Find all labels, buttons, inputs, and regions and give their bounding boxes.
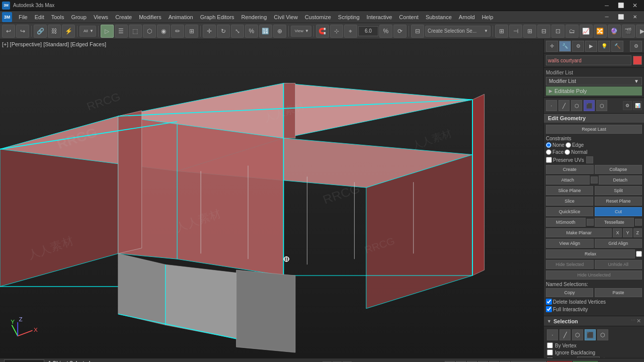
split-button[interactable]: Split xyxy=(595,186,642,195)
polygon-mode-icon[interactable]: ⬛ xyxy=(584,100,595,111)
title-restore[interactable]: ⬜ xyxy=(614,12,628,22)
x-axis-button[interactable]: X xyxy=(613,228,622,237)
sel-vertex-icon[interactable]: · xyxy=(547,329,558,340)
named-selection-sets[interactable]: ⊞ xyxy=(495,25,508,38)
scale-button[interactable]: ⤡ xyxy=(231,25,244,38)
snap-to-grid-button[interactable]: ⊹ xyxy=(330,25,343,38)
array-button[interactable]: ⊞ xyxy=(523,25,536,38)
copy-named-sel-button[interactable]: Copy xyxy=(546,288,593,297)
restore-button[interactable]: ⬜ xyxy=(614,1,628,11)
angle-snap-button[interactable]: ⌖ xyxy=(344,25,357,38)
select-move-button[interactable]: ✛ xyxy=(203,25,216,38)
menu-arnold[interactable]: Arnold xyxy=(455,11,478,23)
menu-group[interactable]: Group xyxy=(67,11,90,23)
panel-motion-icon[interactable]: ▶ xyxy=(585,41,597,52)
selection-header[interactable]: ▼ Selection ⋯ ✕ xyxy=(544,316,644,326)
constraint-none-radio[interactable] xyxy=(546,142,551,148)
attach-button[interactable]: Attach xyxy=(546,175,590,185)
sel-border-icon[interactable]: ⬡ xyxy=(572,329,583,340)
redo-button[interactable]: ↪ xyxy=(16,25,29,38)
spinner-snap2-button[interactable]: ⟳ xyxy=(393,25,407,38)
editable-poly-item[interactable]: ▶ Editable Poly xyxy=(546,86,642,96)
sel-polygon-icon[interactable]: ⬛ xyxy=(585,329,596,340)
msmooth-button[interactable]: MSmooth xyxy=(546,218,586,227)
spinner-snap-button[interactable]: 🔢 xyxy=(259,25,272,38)
relax-checkbox[interactable] xyxy=(636,251,642,257)
by-angle-spinner[interactable]: ⬍ xyxy=(601,356,607,358)
render-frame[interactable]: ▶ xyxy=(636,25,644,38)
preserve-uvs-checkbox[interactable] xyxy=(546,157,552,163)
paint-select-button[interactable]: ✏ xyxy=(171,25,184,38)
percent-snap-button[interactable]: % xyxy=(245,25,258,38)
view-align-button[interactable]: View Align xyxy=(546,239,594,248)
window-crossing-button[interactable]: ⊞ xyxy=(185,25,198,38)
panel-config-icon[interactable]: ⚙ xyxy=(630,41,642,52)
attach-settings[interactable] xyxy=(591,176,598,184)
border-mode-icon[interactable]: ⬡ xyxy=(571,100,582,111)
minimize-button[interactable]: ─ xyxy=(600,1,614,11)
msmooth-settings[interactable] xyxy=(587,219,594,226)
select-object-button[interactable]: ▷ xyxy=(101,25,114,38)
quick-align[interactable]: ⊟ xyxy=(537,25,550,38)
collapse-button[interactable]: Collapse xyxy=(595,165,642,174)
constraint-edge-radio[interactable] xyxy=(566,142,571,148)
link-button[interactable]: 🔗 xyxy=(34,25,47,38)
unhide-all-button[interactable]: Unhide All xyxy=(595,260,642,269)
grid-align-button[interactable]: Grid Align xyxy=(595,239,642,248)
full-interactivity-checkbox[interactable] xyxy=(546,306,552,312)
reference-coord-button[interactable]: ⊕ xyxy=(273,25,286,38)
nav-icon2[interactable]: 📊 xyxy=(633,101,642,110)
hide-unselected-button[interactable]: Hide Unselected xyxy=(546,270,642,280)
edit-geometry-header[interactable]: Edit Geometry xyxy=(544,114,644,123)
object-name-input[interactable] xyxy=(546,55,631,65)
viewport[interactable]: [+] [Perspective] [Standard] [Edged Face… xyxy=(0,39,543,358)
vertex-mode-icon[interactable]: · xyxy=(546,100,557,111)
paste-named-sel-button[interactable]: Paste xyxy=(595,288,642,297)
menu-create[interactable]: Create xyxy=(112,11,135,23)
layer-mgr[interactable]: 🗂 xyxy=(566,25,579,38)
render-setup[interactable]: 🎬 xyxy=(622,25,635,38)
filter-dropdown[interactable]: All ▼ xyxy=(79,26,96,37)
y-axis-button[interactable]: Y xyxy=(623,228,632,237)
undo-button[interactable]: ↩ xyxy=(2,25,15,38)
menu-modifiers[interactable]: Modifiers xyxy=(135,11,165,23)
panel-modify-icon[interactable]: 🔧 xyxy=(559,41,571,52)
menu-views[interactable]: Views xyxy=(90,11,112,23)
select-by-name-button[interactable]: ☰ xyxy=(115,25,128,38)
edge-mode-icon[interactable]: ╱ xyxy=(558,100,570,111)
menu-help[interactable]: Help xyxy=(478,11,497,23)
element-mode-icon[interactable]: ⬡ xyxy=(596,100,607,111)
repeat-last-button[interactable]: Repeat Last xyxy=(546,125,642,134)
snap-angle-input[interactable] xyxy=(358,26,378,36)
sel-edge-icon[interactable]: ╱ xyxy=(559,329,571,340)
menu-animation[interactable]: Animation xyxy=(165,11,197,23)
snap-toggle-button[interactable]: 🧲 xyxy=(316,25,329,38)
create-button[interactable]: Create xyxy=(546,165,594,174)
by-angle-checkbox[interactable] xyxy=(547,357,553,358)
unlink-button[interactable]: ⛓ xyxy=(48,25,61,38)
menu-rendering[interactable]: Rendering xyxy=(238,11,271,23)
relax-button[interactable]: Relax xyxy=(546,249,635,258)
schematic-view[interactable]: 🔀 xyxy=(594,25,607,38)
slice-plane-button[interactable]: Slice Plane xyxy=(546,186,593,195)
menu-tools[interactable]: Tools xyxy=(48,11,68,23)
selection-set-dropdown[interactable]: Create Selection Se... ▼ xyxy=(425,26,491,37)
modifier-list-dropdown[interactable]: Modifier List ▼ xyxy=(546,77,642,85)
menu-edit[interactable]: Edit xyxy=(31,11,48,23)
rotate-button[interactable]: ↻ xyxy=(217,25,230,38)
detach-button[interactable]: Detach xyxy=(599,175,642,185)
constraint-face-radio[interactable] xyxy=(546,149,551,155)
mirror-button[interactable]: ⊣ xyxy=(509,25,522,38)
constraint-normal-radio[interactable] xyxy=(565,149,570,155)
hide-selected-button[interactable]: Hide Selected xyxy=(546,260,594,269)
curve-editor[interactable]: 📈 xyxy=(580,25,593,38)
tessellate-button[interactable]: Tessellate xyxy=(595,218,634,227)
menu-graph-editors[interactable]: Graph Editors xyxy=(197,11,238,23)
menu-interactive[interactable]: Interactive xyxy=(363,11,396,23)
fence-select-button[interactable]: ⬡ xyxy=(143,25,156,38)
panel-display-icon[interactable]: 💡 xyxy=(598,41,610,52)
anim-key-icon[interactable]: 🔑 xyxy=(398,360,410,363)
menu-substance[interactable]: Substance xyxy=(422,11,455,23)
percent-snap2-button[interactable]: % xyxy=(379,25,392,38)
bind-space-warp[interactable]: ⚡ xyxy=(62,25,75,38)
